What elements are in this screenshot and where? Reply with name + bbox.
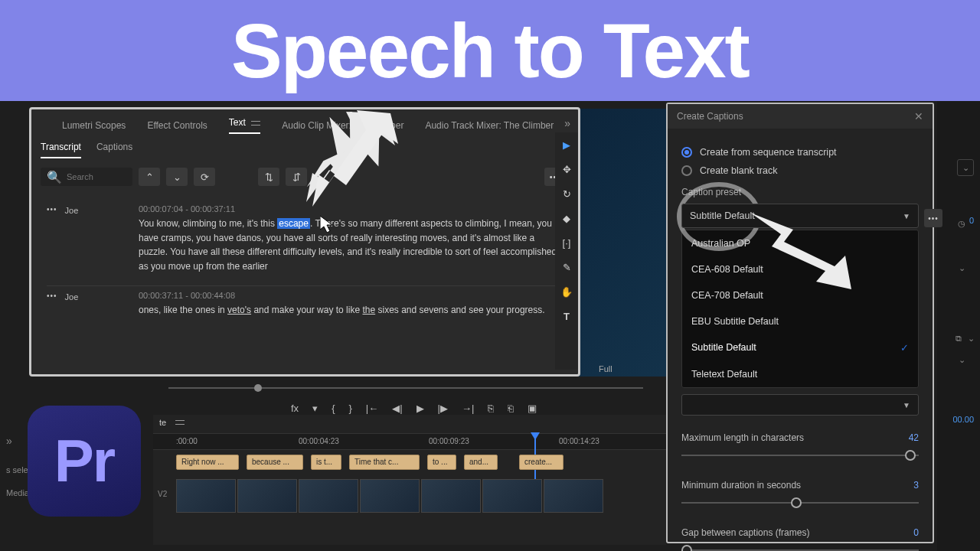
radio-create-blank-track[interactable]: Create blank track bbox=[681, 165, 919, 176]
stopwatch-icon[interactable]: ◷ bbox=[954, 216, 969, 231]
transcript-segment[interactable]: ••• Joe 00:00:37:11 - 00:00:44:08 ones, … bbox=[47, 285, 563, 330]
fx-toggle[interactable]: fx bbox=[291, 403, 299, 414]
crop-tool-icon[interactable]: ✥ bbox=[560, 163, 573, 175]
chevron-down-icon: ▼ bbox=[903, 212, 910, 220]
collapsed-select[interactable]: ▼ bbox=[681, 394, 919, 416]
preset-option[interactable]: Subtitle Default✓ bbox=[682, 334, 918, 361]
preset-option[interactable]: CEA-608 Default bbox=[682, 256, 918, 282]
video-clip-thumb[interactable] bbox=[421, 479, 481, 513]
collapse-panel-icon[interactable]: ⌄ bbox=[957, 159, 974, 176]
min-duration-value[interactable]: 3 bbox=[913, 480, 919, 491]
timeline-tab-label[interactable]: te bbox=[159, 418, 166, 427]
step-back-icon[interactable]: ◀| bbox=[392, 403, 402, 414]
rectangle-tool-icon[interactable]: [·] bbox=[560, 236, 573, 249]
chevron-down-icon[interactable]: ⌄ bbox=[963, 331, 978, 346]
go-to-out-icon[interactable]: →| bbox=[462, 403, 474, 414]
transcript-panel: Lumetri Scopes Effect Controls Text Audi… bbox=[29, 107, 580, 377]
gap-slider[interactable] bbox=[681, 543, 919, 551]
lift-icon[interactable]: ⎘ bbox=[488, 403, 494, 414]
segment-text[interactable]: You know, climbing to me, it's this esca… bbox=[139, 217, 563, 273]
scrub-bar[interactable] bbox=[168, 386, 643, 390]
tabs-overflow-icon[interactable]: » bbox=[564, 117, 570, 129]
sort-desc-button[interactable]: ⇵ bbox=[286, 168, 307, 186]
preview-quality-label[interactable]: Full bbox=[599, 364, 612, 373]
search-input[interactable] bbox=[67, 172, 128, 181]
transcript-segment[interactable]: ••• Joe 00:00:07:04 - 00:00:37:11 You kn… bbox=[47, 200, 563, 285]
close-icon[interactable]: ✕ bbox=[914, 110, 923, 122]
prev-result-button[interactable]: ⌃ bbox=[139, 168, 160, 186]
segment-menu-icon[interactable]: ••• bbox=[47, 292, 57, 300]
caption-clip[interactable]: create... bbox=[519, 455, 564, 470]
video-clip-thumb[interactable] bbox=[482, 479, 542, 513]
max-length-slider[interactable] bbox=[681, 448, 919, 463]
min-duration-slider[interactable] bbox=[681, 495, 919, 510]
chevron-down-icon[interactable]: ⌄ bbox=[954, 352, 969, 367]
transport-controls: fx ▾ { } |← ◀| ▶ |▶ →| ⎘ ⎗ ▣ bbox=[291, 403, 537, 414]
timeline-panel-menu-icon[interactable] bbox=[175, 420, 185, 425]
chevron-down-icon[interactable]: ⌄ bbox=[954, 260, 969, 276]
next-result-button[interactable]: ⌄ bbox=[166, 168, 188, 186]
transcript-body: ••• Joe 00:00:07:04 - 00:00:37:11 You kn… bbox=[31, 195, 578, 334]
right-panel-strip: ⌄ ◷ 0 ⌄ ⧉ ⌄ ⌄ 00.00 bbox=[937, 101, 980, 551]
gap-value[interactable]: 0 bbox=[913, 527, 919, 538]
track-label-v2[interactable]: V2 bbox=[158, 490, 167, 498]
caption-clip[interactable]: Time that c... bbox=[349, 455, 420, 470]
video-track[interactable]: V2 bbox=[153, 479, 666, 514]
caption-clip[interactable]: is t... bbox=[311, 455, 341, 470]
video-clip-thumb[interactable] bbox=[299, 479, 358, 513]
in-point-icon[interactable]: { bbox=[332, 403, 335, 414]
program-tools: ▶ ✥ ↻ ◆ [·] ✎ ✋ T bbox=[555, 132, 578, 370]
refresh-button[interactable]: ⟳ bbox=[194, 168, 215, 186]
right-value-zero[interactable]: 0 bbox=[969, 216, 974, 225]
max-length-value[interactable]: 42 bbox=[909, 432, 919, 443]
caption-preset-label: Caption preset bbox=[681, 187, 919, 197]
preset-more-button[interactable]: ••• bbox=[924, 209, 942, 227]
pen-tool-icon[interactable]: ◆ bbox=[560, 212, 573, 224]
tab-audio-track-mixer[interactable]: Audio Track Mixer: The Climber bbox=[425, 120, 554, 131]
tab-lumetri-scopes[interactable]: Lumetri Scopes bbox=[62, 120, 126, 131]
preset-option[interactable]: CEA-708 Default bbox=[682, 282, 918, 308]
gap-label: Gap between captions (frames) bbox=[681, 527, 809, 538]
subtab-captions[interactable]: Captions bbox=[96, 142, 132, 158]
tab-effect-controls[interactable]: Effect Controls bbox=[147, 120, 207, 131]
subtab-transcript[interactable]: Transcript bbox=[41, 142, 81, 158]
selection-tool-icon[interactable]: ▶ bbox=[560, 139, 573, 151]
tab-audio-clip-mixer[interactable]: Audio Clip Mixer: The Climber bbox=[282, 120, 403, 131]
preset-option[interactable]: Teletext Default bbox=[682, 361, 918, 387]
go-to-in-icon[interactable]: |← bbox=[366, 403, 378, 414]
out-point-icon[interactable]: } bbox=[348, 403, 351, 414]
caption-clip[interactable]: and... bbox=[464, 455, 498, 470]
caption-clip[interactable]: to ... bbox=[427, 455, 456, 470]
video-clip-thumb[interactable] bbox=[544, 479, 603, 513]
caption-clip[interactable]: because ... bbox=[247, 455, 303, 470]
preset-option[interactable]: EBU Subtitle Default bbox=[682, 308, 918, 334]
panel-menu-icon[interactable] bbox=[251, 121, 260, 126]
transcript-toolbar: 🔍 ⌃ ⌄ ⟳ ⇅ ⇵ ••• bbox=[31, 158, 578, 195]
export-frame-icon[interactable]: ▣ bbox=[528, 403, 537, 414]
select-value: Subtitle Default bbox=[690, 210, 755, 221]
hand-tool-icon[interactable]: ✋ bbox=[560, 285, 573, 298]
search-field[interactable]: 🔍 bbox=[41, 168, 132, 186]
tab-text[interactable]: Text bbox=[229, 117, 260, 134]
radio-create-from-transcript[interactable]: Create from sequence transcript bbox=[681, 147, 919, 158]
type-tool-icon[interactable]: T bbox=[560, 310, 573, 322]
segment-menu-icon[interactable]: ••• bbox=[47, 206, 57, 214]
video-clip-thumb[interactable] bbox=[360, 479, 420, 513]
video-clip-thumb[interactable] bbox=[237, 479, 297, 513]
step-forward-icon[interactable]: |▶ bbox=[438, 403, 448, 414]
preset-option[interactable]: Australian OP bbox=[682, 230, 918, 256]
extract-icon[interactable]: ⎗ bbox=[508, 403, 514, 414]
ellipse-tool-icon[interactable]: ✎ bbox=[560, 261, 573, 273]
marker-icon[interactable]: ▾ bbox=[312, 403, 318, 414]
caption-preset-select[interactable]: Subtitle Default ▼ ••• bbox=[681, 204, 919, 228]
caption-track[interactable]: Right now ...because ...is t...Time that… bbox=[153, 453, 666, 473]
sort-asc-button[interactable]: ⇅ bbox=[258, 168, 279, 186]
caption-clip[interactable]: Right now ... bbox=[176, 455, 239, 470]
dialog-title: Create Captions bbox=[677, 111, 743, 122]
time-ruler[interactable]: :00:00 00:00:04:23 00:00:09:23 00:00:14:… bbox=[153, 433, 666, 450]
video-clip-thumb[interactable] bbox=[176, 479, 236, 513]
segment-text[interactable]: ones, like the ones in veto's and make y… bbox=[139, 303, 563, 318]
rotate-tool-icon[interactable]: ↻ bbox=[560, 187, 573, 200]
play-icon[interactable]: ▶ bbox=[416, 403, 424, 414]
caption-preset-dropdown: Australian OPCEA-608 DefaultCEA-708 Defa… bbox=[681, 230, 919, 388]
